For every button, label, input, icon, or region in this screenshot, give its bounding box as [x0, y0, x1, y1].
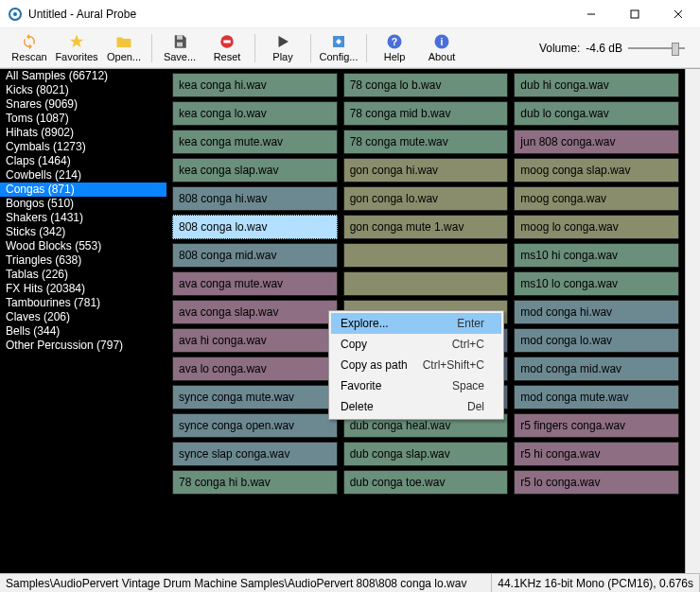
volume-value: -4.6 dB — [586, 42, 622, 55]
category-item[interactable]: Cowbells (214) — [0, 168, 166, 183]
category-item[interactable]: Other Percussion (797) — [0, 339, 166, 353]
reset-label: Reset — [214, 51, 241, 62]
category-item[interactable]: Shakers (1431) — [0, 211, 166, 225]
context-menu-label: Delete — [341, 400, 374, 413]
svg-text:i: i — [441, 36, 444, 47]
category-item[interactable]: FX Hits (20384) — [0, 282, 166, 296]
sample-cell[interactable]: kea conga lo.wav — [172, 101, 338, 126]
context-menu-item[interactable]: Explore...Enter — [331, 313, 501, 334]
category-item[interactable]: Sticks (342) — [0, 225, 166, 239]
sample-cell[interactable]: 808 conga mid.wav — [172, 243, 338, 268]
app-icon — [8, 7, 23, 22]
config-icon — [330, 33, 347, 50]
close-button[interactable] — [656, 0, 700, 28]
category-item[interactable]: Kicks (8021) — [0, 83, 166, 97]
svg-rect-9 — [223, 41, 231, 44]
config-button[interactable]: Config... — [315, 30, 362, 66]
sample-cell[interactable]: dub conga slap.wav — [343, 442, 509, 466]
sample-cell[interactable]: kea conga mute.wav — [172, 130, 338, 154]
category-item[interactable]: Wood Blocks (553) — [0, 239, 166, 253]
sample-cell[interactable]: 78 conga lo b.wav — [343, 73, 509, 97]
category-item[interactable]: Claves (206) — [0, 310, 166, 324]
category-item[interactable]: Snares (9069) — [0, 97, 166, 112]
sample-cell[interactable]: synce conga open.wav — [172, 413, 338, 438]
sample-cell[interactable]: kea conga slap.wav — [172, 158, 338, 183]
sample-cell[interactable]: ava lo conga.wav — [172, 357, 338, 381]
rescan-button[interactable]: Rescan — [6, 30, 53, 66]
about-label: About — [429, 51, 456, 62]
context-menu-item[interactable]: CopyCtrl+C — [331, 334, 501, 355]
sample-cell[interactable]: kea conga hi.wav — [172, 73, 338, 97]
sample-cell[interactable]: moog lo conga.wav — [514, 215, 679, 239]
favorites-button[interactable]: Favorites — [53, 30, 100, 66]
about-icon: i — [433, 33, 450, 50]
sample-cell[interactable]: ava conga slap.wav — [172, 300, 338, 324]
folder-open-icon — [115, 33, 132, 50]
sample-cell[interactable]: ms10 lo conga.wav — [514, 271, 679, 296]
status-bar: Samples\AudioPervert Vintage Drum Machin… — [0, 573, 700, 592]
category-item[interactable]: Bongos (510) — [0, 197, 166, 211]
context-menu-shortcut: Enter — [457, 317, 484, 330]
sample-cell[interactable]: mod conga lo.wav — [514, 328, 679, 353]
sample-cell[interactable]: dub lo conga.wav — [514, 101, 679, 126]
sample-cell[interactable]: r5 fingers conga.wav — [514, 413, 679, 438]
sample-cell[interactable]: gon conga mute 1.wav — [343, 215, 509, 239]
category-item[interactable]: Claps (1464) — [0, 154, 166, 168]
sample-cell[interactable]: mod conga mid.wav — [514, 357, 679, 381]
category-item[interactable]: Cymbals (1273) — [0, 140, 166, 154]
sample-cell[interactable]: synce slap conga.wav — [172, 442, 338, 466]
svg-rect-7 — [177, 43, 183, 47]
reset-button[interactable]: Reset — [203, 30, 251, 66]
category-item[interactable]: Congas (871) — [0, 183, 166, 197]
sample-cell[interactable]: 808 conga lo.wav — [172, 215, 338, 239]
help-button[interactable]: ?Help — [371, 30, 418, 66]
category-item[interactable]: Bells (344) — [0, 324, 166, 339]
sample-cell[interactable]: mod conga hi.wav — [514, 300, 679, 324]
sample-cell[interactable]: ms10 hi conga.wav — [514, 243, 679, 268]
sample-cell[interactable]: r5 lo conga.wav — [514, 470, 679, 495]
save-button[interactable]: Save... — [156, 30, 203, 66]
minimize-button[interactable] — [569, 0, 613, 28]
sample-cell[interactable]: jun 808 conga.wav — [514, 130, 679, 154]
sample-cell[interactable]: moog conga.wav — [514, 186, 679, 211]
sample-cell[interactable]: dub hi conga.wav — [514, 73, 679, 97]
category-item[interactable]: Hihats (8902) — [0, 126, 166, 140]
toolbar-separator — [151, 34, 152, 62]
sample-cell[interactable]: mod conga mute.wav — [514, 385, 679, 409]
context-menu-item[interactable]: DeleteDel — [331, 396, 501, 417]
open-button[interactable]: Open... — [100, 30, 148, 66]
context-menu-item[interactable]: FavoriteSpace — [331, 375, 501, 396]
category-item[interactable]: Toms (1087) — [0, 112, 166, 126]
sample-cell[interactable]: synce conga mute.wav — [172, 385, 338, 409]
toolbar: Rescan Favorites Open... Save... Reset P… — [0, 28, 700, 68]
sample-cell[interactable]: 78 conga hi b.wav — [172, 470, 338, 495]
sample-cell[interactable]: gon conga lo.wav — [343, 186, 509, 211]
context-menu-item[interactable]: Copy as pathCtrl+Shift+C — [331, 355, 501, 375]
about-button[interactable]: iAbout — [418, 30, 465, 66]
context-menu-shortcut: Space — [452, 379, 484, 392]
status-info: 44.1KHz 16-bit Mono (PCM16), 0.676s — [492, 574, 700, 592]
save-label: Save... — [164, 51, 196, 62]
category-item[interactable]: All Samples (66712) — [0, 69, 166, 83]
vertical-scrollbar[interactable] — [685, 69, 700, 573]
category-item[interactable]: Triangles (638) — [0, 253, 166, 268]
sample-cell[interactable]: dub conga toe.wav — [343, 470, 509, 495]
star-icon — [68, 33, 85, 50]
play-button[interactable]: Play — [259, 30, 306, 66]
sample-cell[interactable]: 78 conga mute.wav — [343, 130, 509, 154]
context-menu-shortcut: Ctrl+Shift+C — [423, 358, 484, 372]
sample-cell[interactable]: 78 conga mid b.wav — [343, 101, 509, 126]
sample-cell[interactable]: moog conga slap.wav — [514, 158, 679, 183]
volume-slider[interactable] — [628, 42, 685, 55]
sample-cell[interactable]: gon conga hi.wav — [343, 158, 509, 183]
sample-cell[interactable] — [343, 271, 509, 296]
sample-cell[interactable] — [343, 243, 509, 268]
sample-cell[interactable]: ava hi conga.wav — [172, 328, 338, 353]
maximize-button[interactable] — [613, 0, 656, 28]
sample-cell[interactable]: r5 hi conga.wav — [514, 442, 679, 466]
sample-cell[interactable]: 808 conga hi.wav — [172, 186, 338, 211]
sample-cell[interactable]: ava conga mute.wav — [172, 271, 338, 296]
category-item[interactable]: Tambourines (781) — [0, 296, 166, 310]
category-item[interactable]: Tablas (226) — [0, 268, 166, 282]
svg-rect-6 — [177, 35, 183, 40]
